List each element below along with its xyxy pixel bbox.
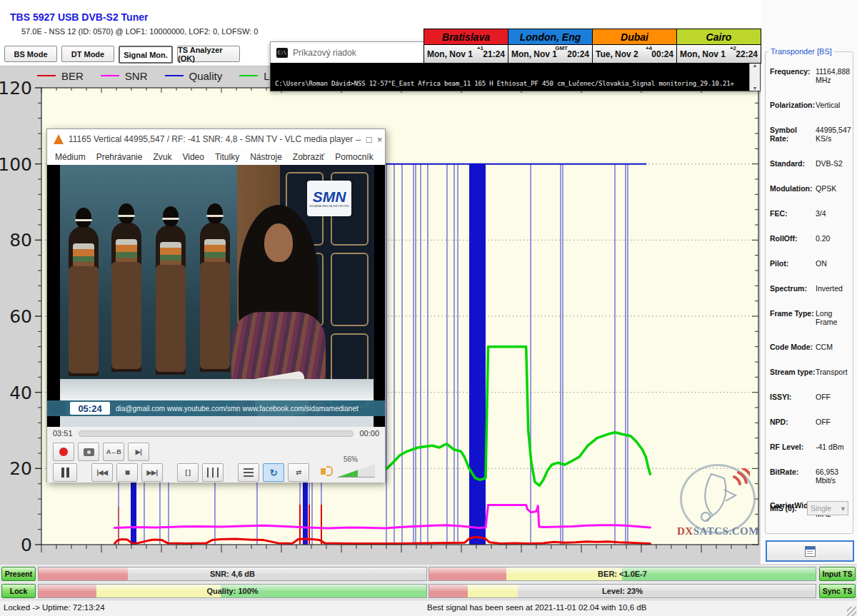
tv-broadcast-scene: SMN SIDAMA MEDIA NETWORK bbox=[60, 165, 374, 427]
shuffle-icon: ⇄ bbox=[296, 469, 301, 476]
cmd-command-line: C:\Users\Roman Dávid>NSS 12-57°E_East Af… bbox=[275, 80, 734, 87]
transponder-row: NPD: OFF bbox=[770, 418, 853, 426]
input-ts-indicator[interactable]: Input TS bbox=[819, 567, 856, 581]
vlc-menu-item[interactable]: Médium bbox=[55, 152, 86, 162]
clock-city: Dubai bbox=[593, 29, 676, 45]
vlc-menu-item[interactable]: Nástroje bbox=[250, 152, 282, 162]
lock-indicator[interactable]: Lock bbox=[1, 584, 36, 598]
next-button[interactable]: ▶▶| bbox=[141, 463, 163, 482]
camera-icon bbox=[84, 448, 94, 456]
ber-bar-label: BER: <1.0E-7 bbox=[429, 567, 816, 580]
resize-grip[interactable] bbox=[847, 607, 856, 616]
legend-line-swatch bbox=[165, 75, 184, 76]
random-button[interactable]: ⇄ bbox=[288, 463, 309, 482]
transponder-row-value: -41 dBm bbox=[816, 443, 844, 451]
tab-signal-mon[interactable]: Signal Mon. bbox=[119, 46, 173, 64]
app-statusbar: Locked -> Uptime: 72:13:24 Best signal h… bbox=[0, 600, 857, 616]
transponder-row-value: ON bbox=[816, 259, 827, 268]
tab-dt-mode[interactable]: DT Mode bbox=[61, 46, 114, 62]
sync-ts-indicator[interactable]: Sync TS bbox=[819, 584, 856, 598]
clock-time-row: Mon, Nov 1 +1 21:24 bbox=[424, 45, 508, 63]
details-report-icon bbox=[805, 546, 816, 557]
vlc-window-title: 11165 Vertical 44995,547 / RF: -41 SNR: … bbox=[69, 134, 353, 144]
cmd-window-title: Príkazový riadok bbox=[293, 48, 356, 58]
transponder-row: RF Level: -41 dBm bbox=[770, 443, 853, 451]
previous-button[interactable]: |◀◀ bbox=[91, 463, 113, 482]
transponder-rows: Frequency: 11164,888 MHz Polarization: V… bbox=[770, 67, 853, 535]
clock-date: Mon, Nov 1 bbox=[680, 49, 726, 59]
performer-figure bbox=[69, 226, 99, 376]
vlc-menu-item[interactable]: Video bbox=[182, 152, 204, 162]
vlc-title-bar[interactable]: 11165 Vertical 44995,547 / RF: -41 SNR: … bbox=[47, 129, 385, 149]
vlc-menu-item[interactable]: Titulky bbox=[215, 152, 239, 162]
presenter-face bbox=[264, 223, 293, 262]
mis-label: MIS (0): bbox=[770, 504, 807, 513]
clock-date: Tue, Nov 2 bbox=[596, 49, 638, 59]
maximize-button[interactable]: □ bbox=[364, 130, 374, 148]
transponder-row: Modulation: QPSK bbox=[770, 184, 853, 193]
equalizer-button[interactable] bbox=[202, 463, 224, 482]
next-icon: ▶▶| bbox=[147, 469, 158, 476]
vlc-menu-item[interactable]: Zobraziť bbox=[293, 152, 325, 162]
vlc-menu-item[interactable]: Pomocník bbox=[335, 152, 373, 162]
transponder-row: RollOff: 0.20 bbox=[770, 234, 853, 243]
fullscreen-icon: [ ] bbox=[186, 469, 191, 476]
level-bar: Level: 23% bbox=[428, 584, 816, 598]
transponder-panel: Transponder [BS] Frequency: 11164,888 MH… bbox=[761, 0, 857, 564]
tab-ts-analyzer[interactable]: TS Analyzer (OK) bbox=[177, 46, 240, 62]
loop-button[interactable]: ↻ bbox=[263, 463, 284, 482]
scroll-down-icon[interactable]: ▼ bbox=[753, 86, 758, 91]
snapshot-button[interactable] bbox=[78, 443, 99, 461]
volume-control[interactable]: 56% bbox=[321, 460, 378, 480]
chart-legend: BER SNR Quality Level bbox=[37, 68, 289, 84]
frame-step-button[interactable]: ▶| bbox=[128, 443, 149, 461]
stop-button[interactable]: ■ bbox=[116, 463, 138, 482]
status-bars-region: Present SNR: 4,6 dB BER: <1.0E-7 Input T… bbox=[0, 564, 857, 600]
news-ticker: 05:24 dia@gmail.com www.youtube.com/smn … bbox=[47, 400, 385, 416]
transponder-group-title: Transponder [BS] bbox=[768, 47, 834, 56]
ticker-text: dia@gmail.com www.youtube.com/smn www.fa… bbox=[116, 405, 359, 413]
legend-item: SNR bbox=[101, 70, 148, 82]
tab-bs-mode[interactable]: BS Mode bbox=[4, 46, 57, 62]
clock-date: Mon, Nov 1 bbox=[427, 49, 473, 59]
vlc-seek-row: 03:51 00:00 bbox=[47, 427, 385, 440]
transponder-row-label: ISSYI: bbox=[770, 393, 816, 401]
watermark-dish-sketch bbox=[684, 468, 750, 527]
svg-text:60: 60 bbox=[9, 306, 32, 327]
vlc-menu-item[interactable]: Zvuk bbox=[153, 152, 171, 162]
scroll-up-icon[interactable]: ▲ bbox=[753, 63, 758, 68]
mis-select[interactable]: Single ▾ bbox=[807, 501, 848, 515]
best-signal-status: Best signal has been seen at 2021-11-01 … bbox=[427, 603, 646, 612]
clock-time: 00:24 bbox=[651, 49, 673, 59]
desk-front bbox=[60, 416, 374, 427]
clock-time: 21:24 bbox=[483, 49, 505, 59]
seek-slider[interactable] bbox=[79, 430, 354, 437]
ber-bar: BER: <1.0E-7 bbox=[428, 567, 816, 581]
ticker-clock: 05:24 bbox=[70, 402, 110, 415]
smn-channel-logo: SMN SIDAMA MEDIA NETWORK bbox=[307, 181, 351, 216]
transponder-details-button[interactable] bbox=[766, 540, 854, 562]
world-clocks: Bratislava Mon, Nov 1 +1 21:24 London, E… bbox=[424, 29, 761, 64]
playlist-button[interactable] bbox=[238, 463, 259, 482]
transponder-row-label: Frame Type: bbox=[770, 309, 816, 326]
snr-bar: SNR: 4,6 dB bbox=[38, 567, 427, 581]
legend-line-swatch bbox=[101, 75, 119, 76]
satellite-info-subtitle: 57.0E - NSS 12 (ID: 0570) @ LOF1: 100000… bbox=[21, 27, 258, 36]
dxsatcs-watermark: DXSATCS.COM bbox=[677, 464, 758, 541]
minimize-button[interactable]: – bbox=[353, 130, 364, 148]
vlc-menu-item[interactable]: Prehrávanie bbox=[96, 152, 143, 162]
legend-label: SNR bbox=[125, 70, 148, 82]
clock-cell: Dubai Tue, Nov 2 +4 00:24 bbox=[593, 29, 676, 63]
transponder-row: Standard: DVB-S2 bbox=[770, 159, 853, 168]
pause-button[interactable] bbox=[53, 463, 77, 482]
transponder-row-value: 3/4 bbox=[816, 209, 826, 218]
fullscreen-button[interactable]: [ ] bbox=[177, 463, 199, 482]
ab-loop-icon: A↔B bbox=[106, 448, 121, 455]
close-button[interactable]: × bbox=[374, 130, 385, 148]
volume-slider[interactable] bbox=[336, 464, 375, 478]
cmd-scrollbar[interactable]: ▲ ▼ bbox=[749, 63, 760, 91]
record-button[interactable] bbox=[53, 443, 74, 461]
studio-desk bbox=[60, 379, 374, 400]
ab-loop-button[interactable]: A↔B bbox=[103, 443, 124, 461]
present-indicator[interactable]: Present bbox=[1, 567, 36, 581]
